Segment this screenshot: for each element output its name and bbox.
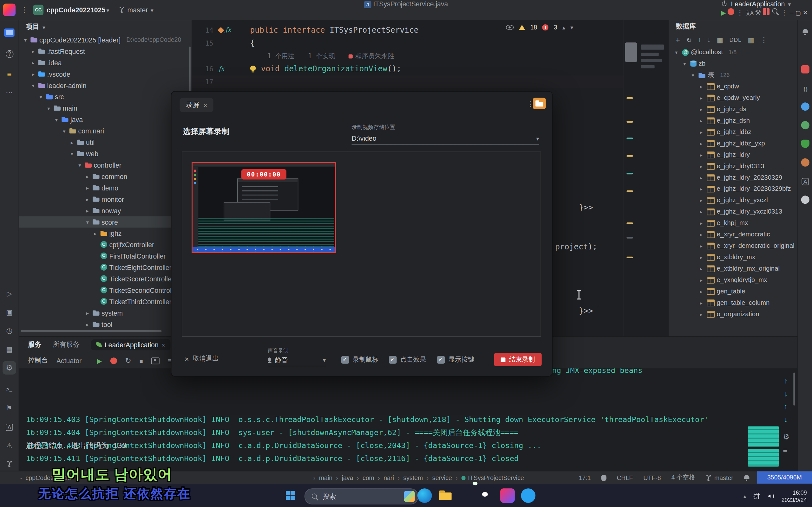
tree-item[interactable]: TicketThirdController [19, 296, 192, 307]
chevron-icon[interactable]: ▸ [698, 152, 705, 158]
chevron-icon[interactable]: ▸ [84, 185, 91, 191]
line-ending[interactable]: CRLF [617, 474, 633, 481]
chevron-icon[interactable]: ▸ [698, 243, 705, 249]
breadcrumb-label[interactable]: service [432, 474, 452, 481]
stop-recording-button[interactable]: 结束录制 [494, 353, 542, 366]
next-problem-icon[interactable] [570, 24, 573, 31]
breadcrumb-label[interactable]: com [362, 474, 374, 481]
tree-item[interactable]: ▾ score [19, 216, 192, 228]
caret-position[interactable]: 17:1 [579, 474, 591, 481]
spring-plugin-icon[interactable] [800, 120, 810, 130]
chevron-icon[interactable]: ▾ [68, 151, 76, 157]
db-tree-item[interactable]: ▸ e_jghz_ldry_yxczl0313 [669, 206, 798, 217]
run-console[interactable]: ng JMX-exposed beans 16:09:15.403 [Sprin… [19, 368, 798, 470]
chevron-icon[interactable]: ▸ [68, 139, 76, 145]
db-tree-item[interactable]: ▸ e_xtbldry_mx_original [669, 263, 798, 274]
gutter-icons[interactable]: ƒx [218, 63, 224, 76]
taskbar-search-box[interactable]: 搜索 [305, 488, 418, 504]
tree-item[interactable]: ▸ system [19, 307, 192, 319]
download-icon[interactable] [707, 36, 711, 43]
breadcrumb-item[interactable]: nari [374, 474, 394, 481]
translation-plugin-icon[interactable] [800, 101, 810, 112]
db-tree-item[interactable]: ▸ e_xtbldry_mx [669, 251, 798, 263]
db-tree-item[interactable]: ▸ e_jghz_dsh [669, 115, 798, 126]
breadcrumb-item[interactable]: main [310, 474, 333, 481]
tree-item[interactable]: ▸ demo [19, 182, 192, 193]
run-tool-icon[interactable] [3, 286, 16, 300]
chevron-icon[interactable]: ▾ [30, 82, 37, 88]
volume-icon[interactable] [768, 493, 774, 499]
bookmarks-icon[interactable] [3, 67, 16, 80]
debug-button[interactable] [110, 357, 117, 364]
stop-button[interactable] [140, 357, 143, 364]
taskbar-clock[interactable]: 16:09 2023/9/24 [781, 489, 807, 503]
db-tree-item[interactable]: ▾ zb [669, 58, 798, 69]
add-datasource-icon[interactable] [676, 36, 680, 44]
shield-plugin-icon[interactable] [800, 139, 810, 149]
breadcrumb-item[interactable]: system [394, 474, 423, 481]
breadcrumb-item[interactable]: com [353, 474, 374, 481]
db-tree-item[interactable]: ▾ 表 126 [669, 69, 798, 81]
tree-item[interactable]: ▸ monitor [19, 193, 192, 205]
project-widget[interactable]: CC cppCode20221025 [33, 5, 109, 15]
db-tree-item[interactable]: ▸ o_organization [669, 308, 798, 320]
indent-setting[interactable]: 4 个空格 [671, 473, 695, 482]
chevron-icon[interactable]: ▸ [698, 129, 705, 135]
ime-indicator[interactable]: 拼 [754, 491, 760, 500]
db-tree-item[interactable]: ▸ e_jghz_ldry_20230329 [669, 172, 798, 183]
chevron-icon[interactable]: ▸ [84, 322, 91, 327]
translate-icon[interactable] [745, 9, 753, 16]
tree-item[interactable]: ▾ src [19, 91, 192, 102]
tree-item[interactable]: cptjfxController [19, 239, 192, 250]
db-tree-item[interactable]: ▸ e_xryr_democratic_original [669, 240, 798, 251]
db-tree-item[interactable]: ▸ e_jghz_ldry [669, 149, 798, 160]
editor-minimap[interactable] [623, 20, 669, 336]
save-location-select[interactable]: D:\video [352, 132, 539, 145]
db-tree-item[interactable]: ▸ e_cpdw_yearly [669, 92, 798, 104]
chevron-icon[interactable]: ▸ [698, 232, 705, 237]
chevron-icon[interactable]: ▾ [689, 72, 697, 78]
tree-item[interactable]: ▾ leader-admin [19, 79, 192, 91]
show-keys-checkbox[interactable]: 显示按键 [437, 355, 474, 364]
tree-item[interactable]: FirstTotalController [19, 250, 192, 262]
chevron-icon[interactable]: ▾ [38, 94, 45, 100]
edge-icon[interactable] [417, 488, 432, 503]
console-scrollbar[interactable] [793, 373, 795, 406]
chevron-icon[interactable]: ▸ [698, 277, 705, 283]
run-config-widget[interactable]: LeaderApplication [721, 0, 808, 8]
scrollbar-thumb[interactable] [625, 43, 637, 62]
chevron-icon[interactable]: ▸ [84, 310, 91, 316]
version-control-icon[interactable] [3, 457, 16, 470]
chevron-icon[interactable]: ▸ [698, 83, 705, 89]
db-tree-item[interactable]: ▸ e_cpdw [669, 81, 798, 92]
scroll-down-icon[interactable]: ↓ [784, 389, 788, 398]
tree-item[interactable]: ▸ common [19, 171, 192, 182]
tree-item[interactable]: TicketScoreController [19, 273, 192, 285]
db-tree-item[interactable]: ▸ e_khpj_mx [669, 217, 798, 229]
implemented-marker-icon[interactable] [217, 27, 224, 34]
branch-indicator[interactable]: master [705, 474, 733, 481]
chevron-icon[interactable]: ▾ [76, 162, 84, 168]
more-icon[interactable] [760, 36, 768, 44]
problems-icon[interactable] [3, 439, 16, 452]
db-tree-item[interactable]: ▸ e_jghz_ldry_yxczl [669, 194, 798, 206]
db-tree-item[interactable]: ▸ e_jghz_ldry0313 [669, 160, 798, 172]
db-tree-item[interactable]: ▸ e_yxnqldrytjb_mx [669, 274, 798, 285]
chevron-icon[interactable]: ▾ [84, 219, 91, 225]
db-tree-item[interactable]: ▸ e_jghz_ldry_20230329bfz [669, 183, 798, 194]
ddl-button[interactable]: DDL [729, 37, 741, 43]
close-tab-icon[interactable] [162, 341, 165, 348]
intention-bulb-icon[interactable] [250, 66, 256, 72]
chevron-icon[interactable]: ▸ [698, 288, 705, 294]
tree-item[interactable]: ▾ com.nari [19, 125, 192, 136]
chevron-icon[interactable]: ▸ [698, 311, 705, 317]
chevron-icon[interactable]: ▾ [681, 61, 688, 66]
chevron-icon[interactable]: ▸ [30, 71, 37, 77]
chevron-icon[interactable]: ▸ [698, 220, 705, 226]
function-marker-icon[interactable]: ƒx [218, 63, 224, 76]
gutter-icons[interactable]: ƒx [218, 24, 231, 37]
rerun-button[interactable] [97, 357, 102, 364]
branch-widget[interactable]: master [119, 6, 154, 14]
build-tool-icon[interactable] [3, 305, 16, 319]
chevron-icon[interactable]: ▸ [698, 175, 705, 180]
